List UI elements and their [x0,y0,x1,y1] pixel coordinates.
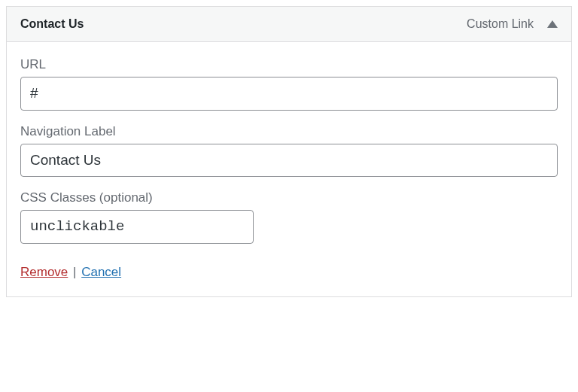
menu-item-body: URL Navigation Label CSS Classes (option… [7,42,571,296]
chevron-up-icon[interactable] [547,20,558,28]
menu-item-header[interactable]: Contact Us Custom Link [7,7,571,42]
css-classes-field-group: CSS Classes (optional) [20,190,558,244]
menu-item-header-right: Custom Link [467,17,558,31]
url-input[interactable] [20,77,558,111]
url-field-group: URL [20,57,558,111]
separator: | [69,265,80,279]
menu-item-title: Contact Us [20,17,84,31]
remove-link[interactable]: Remove [20,265,68,279]
nav-label-field-group: Navigation Label [20,124,558,178]
css-classes-input[interactable] [20,210,254,244]
nav-label-input[interactable] [20,144,558,178]
menu-item-type: Custom Link [467,17,534,31]
url-label: URL [20,57,558,72]
cancel-link[interactable]: Cancel [81,265,121,279]
menu-item-panel: Contact Us Custom Link URL Navigation La… [6,6,572,297]
css-classes-label: CSS Classes (optional) [20,190,558,205]
actions-row: Remove | Cancel [20,265,558,280]
nav-label-label: Navigation Label [20,124,558,139]
